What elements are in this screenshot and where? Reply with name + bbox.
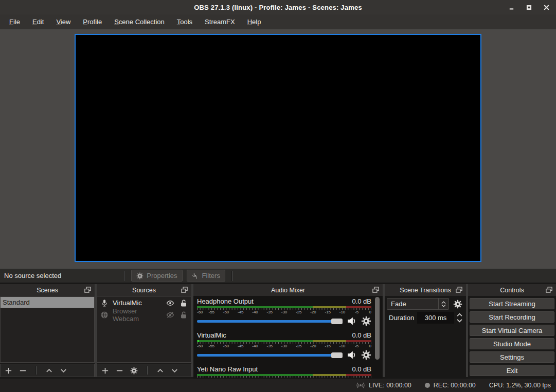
remove-scene-button[interactable] <box>19 367 27 375</box>
visibility-eye-slash-icon[interactable] <box>166 311 174 319</box>
channel-gear-icon[interactable] <box>361 350 371 360</box>
menu-help[interactable]: Help <box>241 16 267 28</box>
properties-button[interactable]: Properties <box>131 270 182 282</box>
cpu-fps-stats: CPU: 1.2%, 30.00 fps <box>489 382 551 389</box>
source-label: VirtualMic <box>113 299 161 307</box>
duration-increment-button[interactable] <box>455 312 464 318</box>
rec-time: REC: 00:00:00 <box>434 382 476 389</box>
close-button[interactable] <box>543 4 550 11</box>
audio-mixer-dock-title: Audio Mixer <box>271 287 305 294</box>
scene-transitions-dock-header[interactable]: Scene Transitions <box>385 284 466 296</box>
scenes-dock: Scenes Standard <box>0 284 95 379</box>
popout-icon[interactable] <box>545 286 553 294</box>
filters-icon <box>192 272 199 279</box>
sources-toolbar <box>97 364 191 377</box>
settings-button[interactable]: Settings <box>470 351 554 363</box>
source-action-toolbar: No source selected Properties Filters <box>0 269 556 283</box>
preview-canvas[interactable] <box>75 34 481 262</box>
transition-settings-gear-icon[interactable] <box>452 298 464 310</box>
sources-dock-header[interactable]: Sources <box>97 284 191 296</box>
menu-view[interactable]: View <box>50 16 77 28</box>
channel-volume-db: 0.0 dB <box>352 365 371 373</box>
mixer-channel-headphone-output: Headphone Output 0.0 dB -60-55-50-45-40-… <box>197 297 371 326</box>
visibility-eye-icon[interactable] <box>166 299 174 307</box>
popout-icon[interactable] <box>84 286 92 294</box>
start-recording-button[interactable]: Start Recording <box>470 311 554 323</box>
obs-window: OBS 27.1.3 (linux) - Profile: James - Sc… <box>0 0 556 392</box>
duration-decrement-button[interactable] <box>455 318 464 324</box>
menu-profile[interactable]: Profile <box>77 16 108 28</box>
studio-mode-button[interactable]: Studio Mode <box>470 338 554 349</box>
start-streaming-button[interactable]: Start Streaming <box>470 298 554 309</box>
toolbar-separator <box>35 366 37 375</box>
lock-open-icon[interactable] <box>180 299 188 307</box>
remove-source-button[interactable] <box>116 367 123 375</box>
source-properties-gear-icon[interactable] <box>130 367 138 375</box>
scene-down-button[interactable] <box>60 367 67 375</box>
lock-open-icon[interactable] <box>180 311 188 319</box>
live-status: LIVE: 00:00:00 <box>356 381 411 390</box>
preview-area <box>0 29 556 269</box>
menu-file[interactable]: File <box>3 16 26 28</box>
audio-mixer-dock: Audio Mixer Headphone Output 0.0 dB -60-… <box>193 284 383 379</box>
channel-volume-db: 0.0 dB <box>352 331 371 339</box>
meter-scale: -60-55-50-45-40-35-30-25-20-15-10-50 <box>197 308 371 315</box>
record-dot-icon <box>425 383 430 388</box>
scenes-dock-header[interactable]: Scenes <box>0 284 95 296</box>
rec-status: REC: 00:00:00 <box>425 382 476 389</box>
status-bar: LIVE: 00:00:00 REC: 00:00:00 CPU: 1.2%, … <box>0 379 556 392</box>
scene-transitions-body: Fade Duration 300 ms <box>385 296 466 379</box>
volume-slider-track <box>197 320 343 323</box>
popout-icon[interactable] <box>181 286 189 294</box>
dropdown-arrows-icon <box>438 298 449 309</box>
docks-area: Scenes Standard Sources <box>0 283 556 379</box>
channel-name: Yeti Nano Raw Input <box>197 365 352 373</box>
channel-name: Headphone Output <box>197 297 352 305</box>
menu-edit[interactable]: Edit <box>26 16 50 28</box>
transition-selected-value: Fade <box>387 300 438 308</box>
exit-button[interactable]: Exit <box>470 365 554 376</box>
maximize-button[interactable] <box>525 4 532 11</box>
duration-input[interactable]: 300 ms <box>417 312 454 324</box>
volume-slider-handle[interactable] <box>331 319 343 324</box>
menu-streamfx[interactable]: StreamFX <box>199 16 241 28</box>
window-title: OBS 27.1.3 (linux) - Profile: James - Sc… <box>194 4 362 11</box>
window-controls <box>508 0 550 14</box>
globe-icon <box>100 311 109 319</box>
sources-list[interactable]: VirtualMic Browser Webcam <box>97 296 191 363</box>
menu-tools[interactable]: Tools <box>171 16 199 28</box>
menu-bar: File Edit View Profile Scene Collection … <box>0 14 556 29</box>
scenes-list[interactable]: Standard <box>0 296 95 363</box>
start-virtual-camera-button[interactable]: Start Virtual Camera <box>470 325 554 336</box>
source-label: Browser Webcam <box>113 307 161 323</box>
popout-icon[interactable] <box>372 286 380 294</box>
filters-button[interactable]: Filters <box>187 270 225 282</box>
scene-item-standard[interactable]: Standard <box>1 297 94 308</box>
popout-icon[interactable] <box>455 286 463 294</box>
properties-button-label: Properties <box>147 272 177 279</box>
live-time: LIVE: 00:00:00 <box>369 382 411 389</box>
add-source-button[interactable] <box>101 367 109 375</box>
add-scene-button[interactable] <box>5 367 12 375</box>
scenes-toolbar <box>0 364 95 377</box>
audio-mixer-dock-header[interactable]: Audio Mixer <box>193 284 383 296</box>
mixer-channel-yeti-nano: Yeti Nano Raw Input 0.0 dB -60-55-50-45-… <box>197 365 371 379</box>
transition-select[interactable]: Fade <box>387 298 449 310</box>
menu-scene-collection[interactable]: Scene Collection <box>108 16 171 28</box>
scene-up-button[interactable] <box>45 367 53 375</box>
channel-gear-icon[interactable] <box>361 316 371 326</box>
controls-dock-header[interactable]: Controls <box>468 284 556 296</box>
speaker-unmuted-icon[interactable] <box>347 350 357 360</box>
volume-slider[interactable] <box>197 350 343 360</box>
channel-name: VirtualMic <box>197 331 352 339</box>
minimize-button[interactable] <box>508 4 515 11</box>
volume-slider[interactable] <box>197 316 343 326</box>
volume-slider-handle[interactable] <box>331 352 343 358</box>
title-bar[interactable]: OBS 27.1.3 (linux) - Profile: James - Sc… <box>0 0 556 14</box>
source-down-button[interactable] <box>171 367 178 375</box>
source-row-browser-webcam[interactable]: Browser Webcam <box>97 309 191 321</box>
source-up-button[interactable] <box>156 367 164 375</box>
speaker-unmuted-icon[interactable] <box>347 316 357 326</box>
mixer-scrollbar[interactable] <box>375 297 380 360</box>
scene-transitions-dock: Scene Transitions Fade <box>385 284 466 379</box>
